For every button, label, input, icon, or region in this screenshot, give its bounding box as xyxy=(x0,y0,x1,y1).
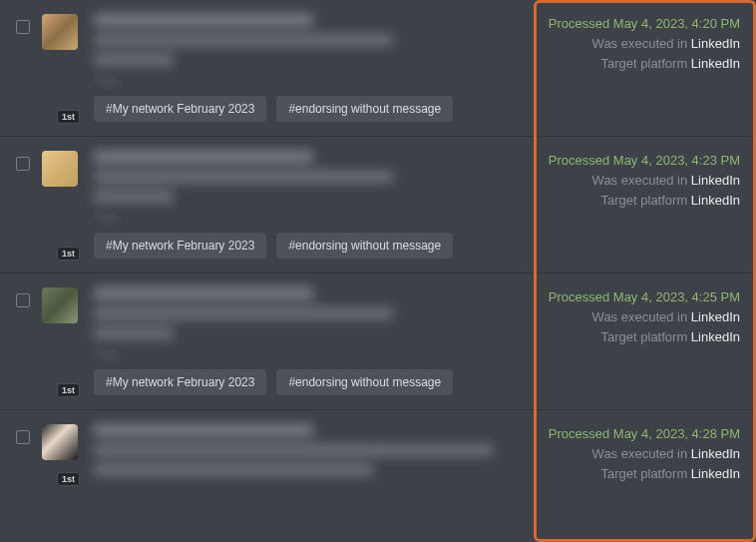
avatar[interactable] xyxy=(42,424,78,460)
tag-chip[interactable]: #endorsing without message xyxy=(276,233,453,259)
row-meta: Processed May 4, 2023, 4:20 PM Was execu… xyxy=(511,14,740,122)
table-row: 1st Tags #My network February 2023 #endo… xyxy=(0,0,756,137)
executed-in: Was executed in LinkedIn xyxy=(521,307,740,327)
tags-label: Tags xyxy=(94,347,511,361)
row-meta: Processed May 4, 2023, 4:28 PM Was execu… xyxy=(511,424,740,484)
tag-chip[interactable]: #My network February 2023 xyxy=(94,96,266,122)
target-platform: Target platform LinkedIn xyxy=(521,327,740,347)
tag-chip[interactable]: #endorsing without message xyxy=(276,96,453,122)
processed-time: Processed May 4, 2023, 4:23 PM xyxy=(521,151,740,171)
executed-in: Was executed in LinkedIn xyxy=(521,34,740,54)
blurred-contact-info xyxy=(94,287,511,339)
row-checkbox[interactable] xyxy=(16,157,30,171)
processed-time: Processed May 4, 2023, 4:20 PM xyxy=(521,14,740,34)
degree-badge: 1st xyxy=(57,472,80,486)
degree-badge: 1st xyxy=(57,110,80,124)
table-row: 1st Tags #My network February 2023 #endo… xyxy=(0,137,756,273)
processed-time: Processed May 4, 2023, 4:28 PM xyxy=(521,424,740,444)
contact-list: 1st Tags #My network February 2023 #endo… xyxy=(0,0,756,498)
blurred-contact-info xyxy=(94,151,511,203)
row-checkbox[interactable] xyxy=(16,293,30,307)
target-platform: Target platform LinkedIn xyxy=(521,191,740,211)
tag-chip[interactable]: #My network February 2023 xyxy=(94,233,266,259)
blurred-contact-info xyxy=(94,424,511,476)
tags-label: Tags xyxy=(94,74,511,88)
table-row: 1st Tags #My network February 2023 #endo… xyxy=(0,273,756,410)
row-checkbox[interactable] xyxy=(16,20,30,34)
degree-badge: 1st xyxy=(57,247,80,261)
target-platform: Target platform LinkedIn xyxy=(521,464,740,484)
degree-badge: 1st xyxy=(57,383,80,397)
tag-chip[interactable]: #endorsing without message xyxy=(276,369,453,395)
avatar[interactable] xyxy=(42,14,78,50)
row-checkbox[interactable] xyxy=(16,430,30,444)
table-row: 1st Processed May 4, 2023, 4:28 PM Was e… xyxy=(0,410,756,498)
executed-in: Was executed in LinkedIn xyxy=(521,444,740,464)
avatar[interactable] xyxy=(42,287,78,323)
row-meta: Processed May 4, 2023, 4:25 PM Was execu… xyxy=(511,287,740,395)
tags-label: Tags xyxy=(94,211,511,225)
avatar[interactable] xyxy=(42,151,78,187)
target-platform: Target platform LinkedIn xyxy=(521,54,740,74)
executed-in: Was executed in LinkedIn xyxy=(521,171,740,191)
blurred-contact-info xyxy=(94,14,511,66)
processed-time: Processed May 4, 2023, 4:25 PM xyxy=(521,287,740,307)
row-meta: Processed May 4, 2023, 4:23 PM Was execu… xyxy=(511,151,740,259)
tag-chip[interactable]: #My network February 2023 xyxy=(94,369,266,395)
